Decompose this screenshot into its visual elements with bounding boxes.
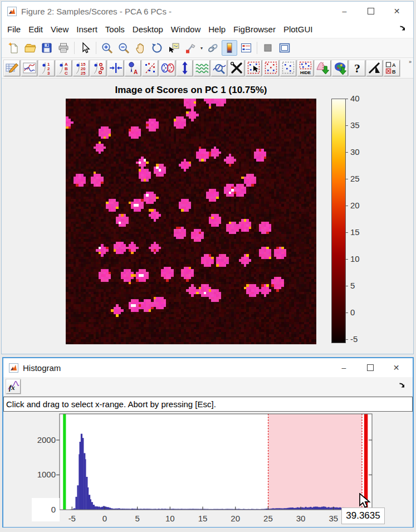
svg-text:fx: fx xyxy=(9,383,15,392)
colorbar-tick xyxy=(345,99,348,99)
select-class-gray-button[interactable] xyxy=(280,60,296,76)
menu-item-edit[interactable]: Edit xyxy=(25,21,47,38)
link-plot-button[interactable] xyxy=(205,40,221,56)
figure-toolbar-main: ▾ xyxy=(2,38,413,58)
matlab-icon xyxy=(9,363,18,373)
open-file-button[interactable] xyxy=(22,40,38,56)
new-figure-button[interactable] xyxy=(6,40,21,56)
colorbar-tick xyxy=(345,125,348,126)
colorbar-tick xyxy=(345,206,348,206)
menu-item-file[interactable]: File xyxy=(3,21,25,38)
edit-data-button[interactable] xyxy=(4,60,20,76)
label-symbols-button[interactable] xyxy=(90,60,106,76)
menu-item-help[interactable]: Help xyxy=(204,21,229,38)
options-tools-button[interactable] xyxy=(228,60,244,76)
figure-canvas: Image of Scores on PC 1 (10.75%) 4035302… xyxy=(2,79,413,353)
dock-arrow-icon[interactable] xyxy=(398,382,406,390)
maximize-button[interactable] xyxy=(358,2,384,21)
insert-colorbar-button[interactable] xyxy=(222,40,237,56)
svg-text:25: 25 xyxy=(263,514,273,523)
select-class-red-button[interactable] xyxy=(263,60,279,76)
colorbar-tick-label: 20 xyxy=(350,201,369,210)
help-button[interactable]: ? xyxy=(349,60,365,76)
label-values-button[interactable]: 152025 xyxy=(73,60,89,76)
menu-item-tools[interactable]: Tools xyxy=(101,21,129,38)
svg-text:C: C xyxy=(65,71,68,75)
colorbar-tick xyxy=(345,339,348,340)
select-points-button[interactable] xyxy=(246,60,262,76)
plot-controls-button[interactable] xyxy=(21,60,37,76)
figure-titlebar[interactable]: Figure 2: Samples/Scores - PCA 6 PCs - –… xyxy=(2,2,413,21)
toolbar-separator xyxy=(74,42,75,54)
menu-item-plotgui[interactable]: PlotGUI xyxy=(280,21,317,38)
fx-function-button[interactable]: fx xyxy=(6,379,21,394)
histogram-titlebar[interactable]: Histogram –✕ xyxy=(3,358,413,377)
histogram-window-controls: –✕ xyxy=(331,358,409,377)
print-figure-button[interactable] xyxy=(56,40,71,56)
show-plot-tools-button[interactable] xyxy=(277,40,292,56)
svg-text:15: 15 xyxy=(198,514,208,523)
scores-image-plot[interactable] xyxy=(66,99,316,344)
svg-text:A: A xyxy=(134,69,138,75)
svg-text:30: 30 xyxy=(296,514,306,523)
close-button[interactable]: ✕ xyxy=(384,2,410,21)
zoom-data-button[interactable] xyxy=(211,60,227,76)
histogram-message-bar: Click and drag to select x-range. Abort … xyxy=(3,397,413,412)
fit-lines-button[interactable] xyxy=(366,60,383,76)
svg-text:0: 0 xyxy=(51,505,56,514)
brush-button[interactable] xyxy=(183,40,198,56)
histogram-plot[interactable]: 010002000-505101520253035 39.3635 xyxy=(3,412,413,527)
pan-button[interactable] xyxy=(133,40,148,56)
drag-value-tooltip: 39.3635 xyxy=(341,507,385,524)
exclude-diagonal-button[interactable] xyxy=(142,60,158,76)
menu-item-view[interactable]: View xyxy=(47,21,72,38)
toolbar-overflow-chevron[interactable]: » xyxy=(409,59,412,65)
data-cursor-button[interactable] xyxy=(166,40,182,56)
menu-item-insert[interactable]: Insert xyxy=(72,21,101,38)
maximize-icon xyxy=(367,364,374,371)
colorbar-tick-label: 25 xyxy=(350,174,369,183)
brush-dropdown-button[interactable]: ▾ xyxy=(199,41,204,55)
class-groups-button[interactable] xyxy=(159,60,175,76)
hide-selection-button[interactable]: HIDE xyxy=(297,60,314,76)
figure-toolbar-pls: 123ABC152025AHIDE?AB» xyxy=(2,58,413,79)
export-image-button[interactable] xyxy=(332,60,348,76)
zoom-out-button[interactable] xyxy=(116,40,131,56)
export-plot-button[interactable] xyxy=(315,60,331,76)
collapse-x-button[interactable] xyxy=(107,60,124,76)
menu-item-window[interactable]: Window xyxy=(167,21,204,38)
svg-text:0: 0 xyxy=(102,514,107,523)
label-numbers-button[interactable]: 123 xyxy=(38,60,55,76)
y-scale-button[interactable] xyxy=(177,60,193,76)
figure-window-title: Figure 2: Samples/Scores - PCA 6 PCs - xyxy=(21,7,172,16)
figure-window-controls: –✕ xyxy=(331,2,410,21)
colorbar-tick xyxy=(345,232,348,233)
colorbar[interactable] xyxy=(331,99,346,343)
menu-item-desktop[interactable]: Desktop xyxy=(129,21,167,38)
save-figure-button[interactable] xyxy=(39,40,55,56)
label-letters-button[interactable]: ABC xyxy=(56,60,72,76)
figure-window: Figure 2: Samples/Scores - PCA 6 PCs - –… xyxy=(1,1,414,354)
hide-plot-tools-button[interactable] xyxy=(260,40,276,56)
colorbar-tick xyxy=(345,152,348,153)
histogram-toolbar: fx xyxy=(3,377,413,397)
histogram-window-title: Histogram xyxy=(23,363,61,373)
menu-item-figbrowser[interactable]: FigBrowser xyxy=(229,21,280,38)
pin-annotation-button[interactable]: A xyxy=(125,60,141,76)
minimize-button[interactable]: – xyxy=(331,2,358,21)
pointer-button[interactable] xyxy=(77,40,93,56)
colorbar-tick-label: 0 xyxy=(350,308,369,317)
insert-legend-button[interactable] xyxy=(238,40,254,56)
smooth-curves-button[interactable] xyxy=(194,60,210,76)
svg-text:5: 5 xyxy=(135,514,139,523)
maximize-button[interactable] xyxy=(357,358,383,377)
colorbar-tick-label: 15 xyxy=(350,227,369,237)
minimize-button[interactable]: – xyxy=(331,358,357,377)
colorbar-tick-label: -5 xyxy=(350,334,369,344)
rotate-3d-button[interactable] xyxy=(149,40,165,56)
zoom-in-button[interactable] xyxy=(99,40,115,56)
class-ab-button[interactable]: AB xyxy=(384,60,400,76)
colorbar-tick-label: 30 xyxy=(350,147,369,157)
close-button[interactable]: ✕ xyxy=(383,358,409,377)
dock-arrow-icon[interactable] xyxy=(399,25,407,33)
